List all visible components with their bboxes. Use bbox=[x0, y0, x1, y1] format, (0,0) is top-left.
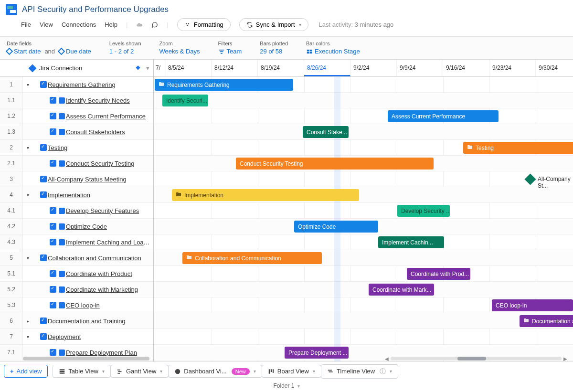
formatting-button[interactable]: Formatting bbox=[177, 18, 231, 31]
left-header-title[interactable]: Jira Connection bbox=[39, 64, 82, 72]
tab-gantt-view[interactable]: Gantt View▾ bbox=[110, 365, 169, 378]
row-checkbox[interactable] bbox=[49, 160, 57, 167]
task-row[interactable]: 6▸Documentation and Training bbox=[0, 313, 153, 329]
task-label[interactable]: CEO loop-in bbox=[66, 302, 153, 309]
gantt-bar[interactable]: Documentation a bbox=[520, 315, 573, 327]
row-checkbox[interactable] bbox=[49, 349, 57, 356]
add-view-button[interactable]: + Add view bbox=[4, 365, 48, 378]
task-row[interactable]: 5.2Coordinate with Marketing bbox=[0, 282, 153, 297]
gantt-bar[interactable]: Prepare Deployment ... bbox=[285, 347, 349, 359]
task-label[interactable]: Collaboration and Communication bbox=[48, 254, 153, 262]
task-row[interactable]: 1.2Assess Current Performance bbox=[0, 108, 153, 124]
task-label[interactable]: Identify Security Needs bbox=[66, 97, 153, 104]
task-label[interactable]: Coordinate with Marketing bbox=[66, 286, 153, 293]
cfg-date-fields[interactable]: Date fields Start date and Due date bbox=[7, 41, 91, 55]
gantt-bar[interactable]: Assess Current Performance bbox=[388, 110, 499, 122]
gantt-bar[interactable]: Coordinate with Prod... bbox=[407, 268, 470, 280]
tab-table-view[interactable]: Table View▾ bbox=[53, 365, 111, 378]
cloud-icon[interactable] bbox=[136, 21, 143, 29]
gantt-bar[interactable]: Implementation bbox=[172, 189, 359, 201]
comment-icon[interactable] bbox=[151, 21, 158, 29]
row-checkbox[interactable] bbox=[39, 81, 48, 88]
task-label[interactable]: Optimize Code bbox=[66, 223, 153, 230]
gantt-bar[interactable]: Requirements Gathering bbox=[155, 79, 293, 91]
task-label[interactable]: Implementation bbox=[48, 191, 153, 199]
gantt-bar[interactable]: Coordinate with Mark... bbox=[369, 284, 434, 296]
scroll-left-icon[interactable]: ◀ bbox=[383, 356, 391, 361]
row-checkbox[interactable] bbox=[39, 176, 48, 182]
gantt-bar[interactable]: Testing bbox=[463, 142, 573, 154]
row-checkbox[interactable] bbox=[49, 239, 57, 245]
task-label[interactable]: Conduct Security Testing bbox=[66, 160, 153, 167]
sync-import-button[interactable]: Sync & Import ▾ bbox=[239, 18, 308, 31]
gantt-bar[interactable]: Consult Stake... bbox=[303, 126, 349, 138]
collapse-toggle-icon[interactable]: ▾ bbox=[23, 255, 32, 261]
cfg-bars[interactable]: Bars plotted 29 of 58 bbox=[260, 41, 288, 55]
task-row[interactable]: 5▾Collaboration and Communication bbox=[0, 250, 153, 266]
task-row[interactable]: 5.1Coordinate with Product bbox=[0, 266, 153, 282]
row-checkbox[interactable] bbox=[49, 113, 57, 119]
menu-view[interactable]: View bbox=[40, 21, 53, 28]
task-row[interactable]: 1.1Identify Security Needs bbox=[0, 93, 153, 108]
task-label[interactable]: Documentation and Training bbox=[48, 318, 153, 325]
task-row[interactable]: 3All-Company Status Meeting bbox=[0, 171, 153, 187]
task-row[interactable]: 4▾Implementation bbox=[0, 187, 153, 203]
left-scrollbar[interactable] bbox=[23, 357, 149, 361]
task-label[interactable]: Requirements Gathering bbox=[48, 81, 153, 88]
task-row[interactable]: 2▾Testing bbox=[0, 140, 153, 156]
task-label[interactable]: Assess Current Performance bbox=[66, 113, 153, 120]
tab-board-view[interactable]: Board View▾ bbox=[262, 365, 321, 378]
task-label[interactable]: All-Company Status Meeting bbox=[48, 176, 153, 183]
task-row[interactable]: 5.3CEO loop-in bbox=[0, 297, 153, 313]
task-label[interactable]: Coordinate with Product bbox=[66, 270, 153, 277]
row-checkbox[interactable] bbox=[49, 286, 57, 293]
info-icon[interactable]: ⓘ bbox=[380, 367, 386, 376]
collapse-toggle-icon[interactable]: ▸ bbox=[23, 318, 32, 324]
gantt-bar[interactable]: Develop Security ... bbox=[397, 205, 450, 217]
task-row[interactable]: 1▾Requirements Gathering bbox=[0, 77, 153, 93]
task-row[interactable]: 4.3Implement Caching and Load Balancing bbox=[0, 234, 153, 250]
tab-timeline-view[interactable]: Timeline View ⓘ ▾ bbox=[321, 364, 398, 379]
menu-file[interactable]: File bbox=[21, 21, 31, 28]
cfg-zoom[interactable]: Zoom Weeks & Days bbox=[159, 41, 200, 55]
row-checkbox[interactable] bbox=[39, 254, 48, 261]
collapse-toggle-icon[interactable]: ▾ bbox=[23, 192, 32, 198]
row-checkbox[interactable] bbox=[39, 318, 48, 324]
menu-help[interactable]: Help bbox=[105, 21, 117, 28]
task-row[interactable]: 7▾Deployment bbox=[0, 329, 153, 345]
gantt-bar[interactable]: Identify Securi... bbox=[162, 95, 208, 106]
tab-dashboard-view[interactable]: Dashboard Vi... New ▾ bbox=[168, 365, 262, 378]
task-row[interactable]: 2.1Conduct Security Testing bbox=[0, 156, 153, 171]
task-label[interactable]: Implement Caching and Load Balancing bbox=[66, 239, 153, 246]
gantt-scrollbar[interactable]: ◀ ▶ bbox=[383, 356, 569, 361]
row-checkbox[interactable] bbox=[49, 223, 57, 230]
folder-bar[interactable]: Folder 1▾ bbox=[0, 381, 573, 392]
milestone-icon[interactable] bbox=[524, 173, 536, 185]
collapse-toggle-icon[interactable]: ▾ bbox=[23, 334, 32, 339]
task-label[interactable]: Develop Security Features bbox=[66, 207, 153, 214]
row-checkbox[interactable] bbox=[49, 128, 57, 135]
cfg-colors[interactable]: Bar colors Execution Stage bbox=[306, 41, 360, 55]
collapse-toggle-icon[interactable]: ▾ bbox=[23, 145, 32, 150]
column-menu-caret[interactable]: ▾ bbox=[146, 64, 149, 72]
row-checkbox[interactable] bbox=[49, 302, 57, 308]
cfg-filters[interactable]: Filters Team bbox=[218, 41, 242, 55]
task-row[interactable]: 4.1Develop Security Features bbox=[0, 203, 153, 219]
cfg-levels[interactable]: Levels shown 1 - 2 of 2 bbox=[109, 41, 141, 55]
gantt-bar[interactable]: Optimize Code bbox=[294, 221, 378, 233]
row-checkbox[interactable] bbox=[39, 191, 48, 198]
task-row[interactable]: 1.3Consult Stakeholders bbox=[0, 124, 153, 140]
task-label[interactable]: Consult Stakeholders bbox=[66, 128, 153, 136]
row-checkbox[interactable] bbox=[49, 207, 57, 214]
row-checkbox[interactable] bbox=[39, 333, 48, 340]
gantt-bar[interactable]: CEO loop-in bbox=[492, 299, 573, 311]
row-checkbox[interactable] bbox=[49, 97, 57, 104]
task-label[interactable]: Deployment bbox=[48, 333, 153, 340]
app-logo[interactable] bbox=[6, 4, 17, 15]
collapse-toggle-icon[interactable]: ▾ bbox=[23, 82, 32, 87]
task-label[interactable]: Prepare Deployment Plan bbox=[66, 349, 153, 356]
gantt-bar[interactable]: Collaboration and Communication bbox=[182, 252, 322, 264]
row-checkbox[interactable] bbox=[39, 144, 48, 151]
gantt-bar[interactable]: Conduct Security Testing bbox=[236, 158, 434, 170]
row-checkbox[interactable] bbox=[49, 270, 57, 277]
